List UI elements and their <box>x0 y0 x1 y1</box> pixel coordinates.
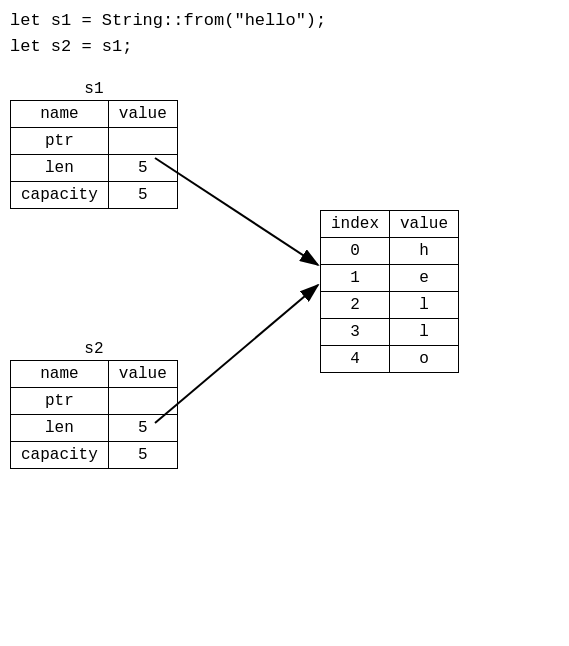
heap-value-0: h <box>390 238 459 265</box>
heap-value-2: l <box>390 292 459 319</box>
heap-header-index: index <box>321 211 390 238</box>
heap-container: index value 0 h 1 e 2 l 3 l 4 o <box>320 210 459 373</box>
s1-ptr-arrow <box>155 158 318 265</box>
code-block: let s1 = String::from("hello"); let s2 =… <box>10 8 326 59</box>
code-line1: let s1 = String::from("hello"); <box>10 8 326 34</box>
heap-index-0: 0 <box>321 238 390 265</box>
heap-row-0: 0 h <box>321 238 459 265</box>
s1-capacity-value: 5 <box>108 182 177 209</box>
s2-container: s2 name value ptr len 5 capacity 5 <box>10 340 178 469</box>
s1-row-len: len 5 <box>11 155 178 182</box>
s2-row-len: len 5 <box>11 415 178 442</box>
heap-header-value: value <box>390 211 459 238</box>
heap-index-1: 1 <box>321 265 390 292</box>
s1-table: name value ptr len 5 capacity 5 <box>10 100 178 209</box>
s2-header-row: name value <box>11 361 178 388</box>
s2-row-ptr: ptr <box>11 388 178 415</box>
s2-ptr-name: ptr <box>11 388 109 415</box>
s1-ptr-value <box>108 128 177 155</box>
s1-header-row: name value <box>11 101 178 128</box>
heap-row-2: 2 l <box>321 292 459 319</box>
heap-value-4: o <box>390 346 459 373</box>
s1-row-ptr: ptr <box>11 128 178 155</box>
diagram-area: s1 name value ptr len 5 capacity 5 s2 <box>0 70 569 640</box>
s1-len-value: 5 <box>108 155 177 182</box>
s2-capacity-value: 5 <box>108 442 177 469</box>
s1-header-value: value <box>108 101 177 128</box>
heap-row-1: 1 e <box>321 265 459 292</box>
s1-label: s1 <box>10 80 178 98</box>
s2-capacity-name: capacity <box>11 442 109 469</box>
heap-row-4: 4 o <box>321 346 459 373</box>
s1-row-capacity: capacity 5 <box>11 182 178 209</box>
s2-table: name value ptr len 5 capacity 5 <box>10 360 178 469</box>
s1-header-name: name <box>11 101 109 128</box>
s1-container: s1 name value ptr len 5 capacity 5 <box>10 80 178 209</box>
heap-index-2: 2 <box>321 292 390 319</box>
s1-capacity-name: capacity <box>11 182 109 209</box>
s1-len-name: len <box>11 155 109 182</box>
heap-table: index value 0 h 1 e 2 l 3 l 4 o <box>320 210 459 373</box>
heap-header-row: index value <box>321 211 459 238</box>
heap-value-3: l <box>390 319 459 346</box>
s1-ptr-name: ptr <box>11 128 109 155</box>
s2-ptr-arrow <box>155 285 318 423</box>
heap-index-4: 4 <box>321 346 390 373</box>
heap-value-1: e <box>390 265 459 292</box>
heap-index-3: 3 <box>321 319 390 346</box>
s2-ptr-value <box>108 388 177 415</box>
code-line2: let s2 = s1; <box>10 34 326 60</box>
s2-len-name: len <box>11 415 109 442</box>
s2-header-value: value <box>108 361 177 388</box>
s2-row-capacity: capacity 5 <box>11 442 178 469</box>
s2-len-value: 5 <box>108 415 177 442</box>
s2-label: s2 <box>10 340 178 358</box>
s2-header-name: name <box>11 361 109 388</box>
heap-row-3: 3 l <box>321 319 459 346</box>
